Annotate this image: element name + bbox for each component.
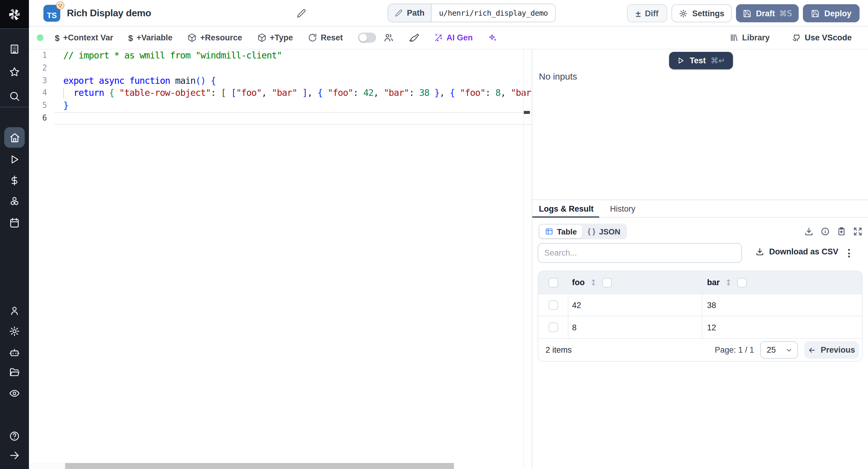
column-header-foo[interactable]: foo [568,278,702,287]
sidebar-item-settings[interactable] [9,325,20,337]
dollar-icon: $ [128,33,133,42]
table-icon [545,227,553,236]
sidebar-collapse-icon[interactable] [9,450,20,461]
sidebar-item-search[interactable] [9,90,20,102]
column-option-checkbox[interactable] [602,278,612,287]
download-icon[interactable] [804,227,814,236]
editor-toolbar: $ +Context Var $ +Variable +Resource +Ty… [29,27,868,50]
previous-page-button[interactable]: Previous [804,341,859,359]
sparkles-icon[interactable] [488,33,498,42]
users-icon [383,33,394,43]
line-number: 5 [29,99,54,112]
play-icon [677,57,685,64]
line-number: 2 [29,62,54,75]
line-number: 6 [29,112,54,125]
code-line[interactable]: 1// import * as wmill from "windmill-cli… [29,50,532,62]
cell-foo: 42 [568,294,702,316]
result-table-body: 4238812 [538,293,862,338]
run-panel: Test ⌘↵ No inputs [532,50,868,199]
package-icon [187,33,196,42]
info-icon[interactable] [820,227,830,236]
code-line[interactable]: 3export async function main() { [29,74,532,87]
table-header: foo bar [538,271,862,293]
sidebar-item-variables[interactable] [9,175,20,186]
no-inputs-label: No inputs [539,71,577,82]
page-indicator: Page: 1 / 1 [715,345,754,354]
settings-button[interactable]: Settings [672,4,732,22]
diff-button[interactable]: ± Diff [627,4,667,22]
copy-to-clipboard-icon[interactable] [837,227,846,236]
row-checkbox[interactable] [548,300,558,310]
sidebar-item-resources[interactable] [9,196,20,207]
view-table-option[interactable]: Table [539,225,582,238]
cell-bar: 12 [702,323,862,332]
test-button[interactable]: Test ⌘↵ [669,52,733,69]
library-icon [730,33,738,42]
diff-mode-toggle[interactable] [358,33,376,43]
expand-icon[interactable] [853,227,863,236]
result-panel: Logs & Result History Table { } JSON Dow… [532,199,868,469]
tab-history[interactable]: History [610,200,635,218]
row-checkbox[interactable] [548,322,558,332]
sidebar-item-audit-logs[interactable] [9,387,20,399]
sidebar-item-help[interactable] [9,430,20,442]
sidebar-item-users[interactable] [9,305,20,316]
windmill-logo-icon[interactable] [0,0,29,29]
sidebar-item-schedules[interactable] [9,217,20,228]
refresh-icon [308,33,317,42]
result-view-switch: Table { } JSON [538,224,627,239]
code-line[interactable]: 5} [29,99,532,112]
sidebar-item-home[interactable] [4,127,25,148]
search-input[interactable] [538,243,742,263]
sidebar-item-workspace[interactable] [9,43,20,55]
sidebar-item-folders[interactable] [9,367,20,378]
column-option-checkbox[interactable] [737,278,747,287]
draft-button[interactable]: Draft ⌘S [736,4,799,22]
edit-summary-icon[interactable] [297,8,306,18]
header-bar: TS Rich Display demo Path u/henri/rich_d… [29,0,868,27]
table-row: 4238 [538,293,862,316]
select-all-checkbox[interactable] [549,278,558,287]
sidebar-item-workers[interactable] [9,347,20,358]
download-csv-button[interactable]: Download as CSV [755,247,838,256]
dollar-icon: $ [55,33,60,42]
cell-foo: 8 [568,316,702,338]
pencil-icon [395,9,403,17]
code-line[interactable]: 4 return { "table-row-object": [ ["foo",… [29,87,532,100]
sort-icon [590,278,597,287]
horizontal-scrollbar[interactable] [65,463,454,469]
format-code-button[interactable] [409,33,419,43]
items-count: 2 items [546,345,572,354]
add-variable-button[interactable]: $ +Variable [128,33,173,42]
deploy-button[interactable]: Deploy [803,4,860,22]
plus-minus-icon: ± [636,9,641,18]
sidebar-item-favorites[interactable] [9,66,20,78]
page-size-select[interactable]: 25 [760,341,798,359]
code-area: 1// import * as wmill from "windmill-cli… [29,50,532,125]
line-number: 1 [29,50,54,62]
result-tabs: Logs & Result History [532,200,868,218]
add-context-var-button[interactable]: $ +Context Var [55,33,113,42]
code-line[interactable]: 6 [29,112,532,125]
package-icon [257,33,266,42]
path-button[interactable]: Path u/henri/rich_display_demo [388,4,556,22]
column-header-bar[interactable]: bar [702,278,862,287]
table-menu-icon[interactable] [844,248,853,258]
collaborators-button[interactable] [383,33,394,43]
code-editor[interactable]: 1// import * as wmill from "windmill-cli… [29,50,532,469]
tab-logs-result[interactable]: Logs & Result [539,200,594,218]
add-type-button[interactable]: +Type [257,33,293,42]
github-icon [792,33,801,42]
status-dot [37,34,43,41]
sidebar-item-runs[interactable] [9,154,20,165]
add-resource-button[interactable]: +Resource [187,33,242,42]
code-line[interactable]: 2 [29,62,532,75]
line-number: 3 [29,74,54,87]
ai-gen-button[interactable]: AI Gen [434,33,473,42]
reset-button[interactable]: Reset [308,33,343,42]
chevron-down-icon [785,346,793,353]
library-button[interactable]: Library [730,33,770,42]
use-vscode-button[interactable]: Use VScode [792,33,852,42]
sidebar [0,0,29,469]
view-json-option[interactable]: { } JSON [582,225,626,238]
